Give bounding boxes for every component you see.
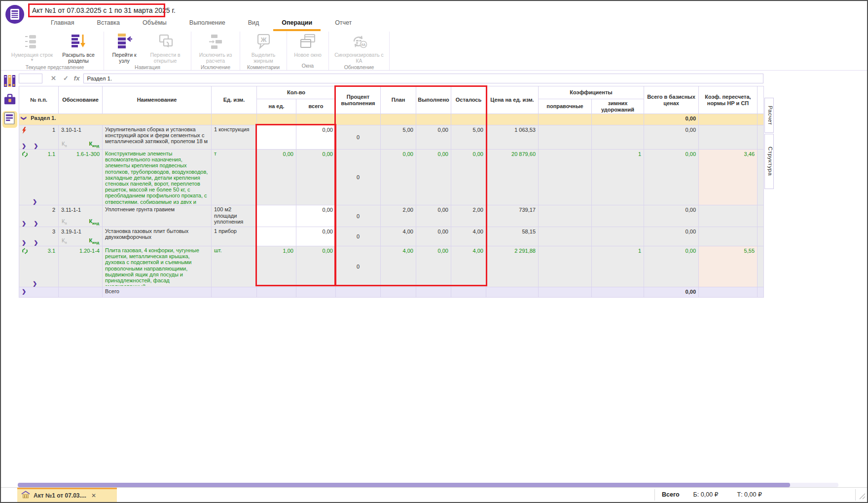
tab-obyomy[interactable]: Объёмы — [131, 17, 178, 29]
cell-k-corr[interactable] — [539, 125, 592, 150]
cell-basis[interactable]: 3.11-1-1 КпКинд — [59, 205, 103, 227]
cancel-icon[interactable]: ✕ — [51, 74, 56, 83]
section-cell[interactable]: ❯Раздел 1. — [19, 114, 212, 125]
cell-k-corr[interactable] — [539, 287, 592, 298]
cell-done[interactable] — [416, 287, 451, 298]
resize-grip[interactable] — [859, 493, 866, 502]
cell-k-winter[interactable]: 1 — [592, 246, 644, 287]
cell-done[interactable]: 0,00 — [416, 150, 451, 205]
cell-unit[interactable] — [212, 114, 257, 125]
cell-plan[interactable]: 4,00 — [381, 246, 416, 287]
cell-percent[interactable]: 0 — [336, 205, 381, 227]
expand-resources-icon[interactable]: ❯ — [34, 143, 38, 149]
cell-qty-total[interactable]: 0,00 — [296, 205, 336, 227]
cell-price[interactable]: 1 063,53 — [486, 125, 539, 150]
cell-left[interactable]: 4,00 — [451, 246, 486, 287]
cell-done[interactable]: 0,00 — [416, 246, 451, 287]
cell-k-recalc[interactable] — [699, 227, 758, 246]
expand-coeff-icon[interactable]: ❯ — [22, 143, 26, 149]
cell-left[interactable]: 0,00 — [451, 150, 486, 205]
expand-resources-icon[interactable]: ❯ — [34, 220, 38, 226]
cell-num[interactable]: ❯ — [19, 287, 59, 298]
document-tab[interactable]: Акт №1 от 07.03.... ✕ — [17, 488, 117, 502]
fx-icon[interactable]: fx — [74, 75, 80, 82]
cell-price[interactable]: 739,17 — [486, 205, 539, 227]
cell-done[interactable]: 0,00 — [416, 227, 451, 246]
scrollbar-thumb[interactable] — [18, 483, 790, 487]
close-tab-icon[interactable]: ✕ — [91, 492, 96, 499]
expand-all-sections-button[interactable]: Раскрыть все разделы — [56, 32, 101, 64]
cell-k-corr[interactable] — [539, 246, 592, 287]
cell-percent[interactable]: 0 — [336, 246, 381, 287]
cell-left[interactable]: 4,00 — [451, 227, 486, 246]
projects-view-button[interactable] — [2, 92, 17, 109]
cell-price[interactable]: 20 879,60 — [486, 150, 539, 205]
cell-plan[interactable]: 0,00 — [381, 150, 416, 205]
cell-reference-input[interactable] — [19, 74, 42, 83]
cell-percent[interactable]: 0 — [336, 150, 381, 205]
cell-name[interactable]: Установка газовых плит бытовых двухкомфо… — [103, 227, 212, 246]
cell-left[interactable]: 5,00 — [451, 125, 486, 150]
cell-unit[interactable]: 1 конструкция — [212, 125, 257, 150]
tab-raschet[interactable]: Расчет — [764, 98, 774, 133]
cell-plan[interactable]: 2,00 — [381, 205, 416, 227]
cell-num[interactable]: 3 ❯❯ — [19, 227, 59, 246]
bold-comment-button[interactable]: Ж Выделить жирным — [243, 32, 284, 64]
cell-price[interactable]: 58,15 — [486, 227, 539, 246]
row-numbering-button[interactable]: Нумерация строк ▼ — [8, 32, 56, 62]
tab-vypolnenie[interactable]: Выполнение — [178, 17, 237, 29]
cell-left[interactable]: 2,00 — [451, 205, 486, 227]
collapse-section-icon[interactable]: ❯ — [21, 116, 27, 120]
cell-total-base[interactable]: 0,00 — [644, 205, 699, 227]
cell-k-winter[interactable] — [592, 227, 644, 246]
cell-qty-per[interactable]: 1,00 — [257, 246, 296, 287]
cell-percent[interactable]: 0 — [336, 125, 381, 150]
cell-k-corr[interactable] — [539, 205, 592, 227]
cell-basis[interactable]: 3.10-1-1 КпКинд — [59, 125, 103, 150]
cell-k-corr[interactable] — [539, 114, 592, 125]
cell-done[interactable]: 0,00 — [416, 205, 451, 227]
cell-k-winter[interactable] — [592, 114, 644, 125]
cell-name[interactable]: Укрупнительная сборка и установка констр… — [103, 125, 212, 150]
expand-resources-icon[interactable]: ❯ — [33, 198, 37, 204]
cell-k-winter[interactable] — [592, 287, 644, 298]
cell-k-recalc[interactable] — [699, 205, 758, 227]
cell-total-base[interactable]: 0,00 — [644, 125, 699, 150]
cell-basis[interactable]: 1.20-1-4 — [59, 246, 103, 287]
cell-basis[interactable]: 3.19-1-1 КпКинд — [59, 227, 103, 246]
cell-unit[interactable]: 100 м2 площади уплотнения — [212, 205, 257, 227]
cell-k-winter[interactable] — [592, 125, 644, 150]
cell-total-base[interactable]: 0,00 — [644, 287, 699, 298]
cell-price[interactable]: 2 291,88 — [486, 246, 539, 287]
cell-unit[interactable] — [212, 287, 257, 298]
cell-qty-per[interactable]: 0,00 — [257, 150, 296, 205]
cell-left[interactable] — [451, 287, 486, 298]
cell-qty-total[interactable]: 0,00 — [296, 150, 336, 205]
expand-coeff-icon[interactable]: ❯ — [22, 220, 26, 226]
cell-name[interactable]: Плита газовая, 4 конфорки, чугунные реше… — [103, 246, 212, 287]
cell-qty-per[interactable] — [257, 287, 296, 298]
cell-done[interactable]: 0,00 — [416, 125, 451, 150]
cell-qty-per[interactable] — [257, 114, 296, 125]
cell-qty-per[interactable] — [257, 205, 296, 227]
cell-k-recalc[interactable] — [699, 125, 758, 150]
cell-plan[interactable] — [381, 287, 416, 298]
cell-total-base[interactable]: 0,00 — [644, 246, 699, 287]
sync-ka-button[interactable]: КА Синхронизировать с КА — [331, 32, 387, 64]
cell-percent[interactable]: 0 — [336, 227, 381, 246]
registry-view-button[interactable] — [2, 74, 17, 90]
cell-price[interactable] — [486, 114, 539, 125]
tab-struktura[interactable]: Структура — [764, 134, 774, 189]
cell-done[interactable] — [416, 114, 451, 125]
cell-qty-per[interactable] — [257, 125, 296, 150]
cell-k-recalc[interactable] — [699, 287, 758, 298]
cell-k-winter[interactable]: 1 — [592, 150, 644, 205]
cell-qty-total[interactable]: 0,00 — [296, 227, 336, 246]
document-view-button[interactable] — [2, 111, 17, 128]
cell-percent[interactable] — [336, 114, 381, 125]
cell-name[interactable]: Конструктивные элементы вспомогательного… — [103, 150, 212, 205]
cell-qty-total[interactable] — [296, 287, 336, 298]
tab-vid[interactable]: Вид — [237, 17, 271, 29]
cell-left[interactable] — [451, 114, 486, 125]
expand-icon[interactable]: ❯ — [22, 288, 26, 294]
